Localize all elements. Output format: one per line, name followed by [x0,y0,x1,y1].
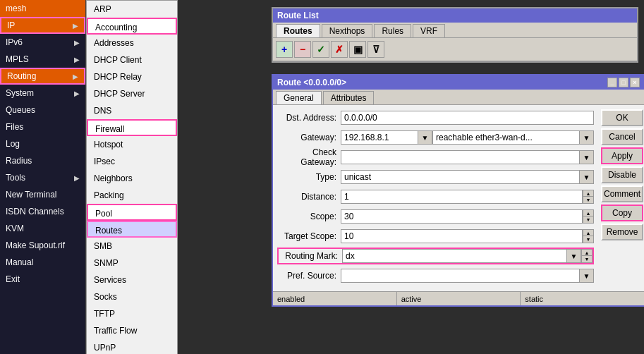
disable-button[interactable]: Disable [601,166,643,183]
distance-up-btn[interactable]: ▲ [583,190,594,197]
target-scope-down-btn[interactable]: ▼ [583,236,594,243]
type-input[interactable] [341,170,580,184]
submenu-item-ipsec[interactable]: IPsec [87,153,177,170]
minimize-button[interactable]: _ [607,78,617,87]
sidebar-label-queues: Queues [6,105,35,115]
tab-nexthops[interactable]: Nexthops [322,24,373,37]
pref-source-input[interactable] [341,269,580,283]
remove-button[interactable]: Remove [601,224,643,240]
sidebar-item-makesupout[interactable]: Make Supout.rif [0,237,85,254]
pref-source-dropdown-btn[interactable]: ▼ [580,269,594,283]
close-button[interactable]: × [630,78,640,87]
sidebar-item-kvm[interactable]: KVM [0,220,85,237]
sidebar-item-mesh[interactable]: mesh [0,0,85,17]
sidebar-label-mesh: mesh [6,4,26,13]
ok-button[interactable]: OK [601,109,643,126]
copy-button[interactable]: Copy [601,205,643,221]
submenu-item-hotspot[interactable]: Hotspot [87,136,177,153]
gateway-input[interactable] [341,130,418,145]
add-route-button[interactable]: + [276,41,293,58]
gateway-dropdown-btn[interactable]: ▼ [418,130,432,145]
sidebar-item-isdn[interactable]: ISDN Channels [0,203,85,220]
comment-button[interactable]: Comment [601,185,643,202]
sidebar-label-makesupout: Make Supout.rif [6,240,65,250]
target-scope-up-btn[interactable]: ▲ [583,229,594,236]
sidebar-label-ipv6: IPv6 [6,37,23,47]
check-gateway-dropdown-btn[interactable]: ▼ [580,150,594,164]
cancel-button[interactable]: Cancel [601,128,643,145]
sidebar-item-exit[interactable]: Exit [0,271,85,288]
gateway-label: Gateway: [277,133,341,142]
submenu-item-services[interactable]: Services [87,271,177,288]
tab-vrf[interactable]: VRF [413,24,445,37]
sidebar-arrow-ipv6: ▶ [74,39,80,47]
submenu-item-firewall[interactable]: Firewall [87,119,177,136]
copy-route-button[interactable]: ▣ [349,41,366,58]
disable-route-button[interactable]: ✗ [331,41,348,58]
filter-button[interactable]: ⊽ [367,41,384,58]
sidebar-label-mpls: MPLS [6,54,29,64]
sidebar-item-system[interactable]: System ▶ [0,85,85,102]
check-gateway-input[interactable] [341,150,580,164]
submenu-item-dhcpserver[interactable]: DHCP Server [87,85,177,102]
submenu-item-dhcpclient[interactable]: DHCP Client [87,51,177,68]
submenu-item-arp[interactable]: ARP [87,1,177,18]
tab-rules[interactable]: Rules [374,24,411,37]
sidebar-item-routing[interactable]: Routing ▶ [0,68,85,85]
target-scope-input[interactable] [341,229,583,243]
sidebar-item-tools[interactable]: Tools ▶ [0,169,85,186]
gateway-iface-input[interactable] [432,130,580,145]
routing-mark-down-btn[interactable]: ▼ [581,256,593,263]
tab-attributes[interactable]: Attributes [323,91,375,104]
submenu-item-trafficflow[interactable]: Traffic Flow [87,322,177,339]
routing-mark-up-btn[interactable]: ▲ [581,249,593,256]
scope-input[interactable] [341,209,583,224]
route-list-toolbar: + − ✓ ✗ ▣ ⊽ [273,38,637,61]
submenu-item-pool[interactable]: Pool [87,204,177,221]
distance-input[interactable] [341,190,583,204]
routing-mark-input[interactable] [342,249,567,263]
sidebar-item-queues[interactable]: Queues [0,102,85,118]
route-dialog-buttons: OK Cancel Apply Disable Comment Copy Rem… [598,105,644,291]
check-gateway-label: Check Gateway: [277,147,341,167]
sidebar-item-newterminal[interactable]: New Terminal [0,186,85,203]
tab-general[interactable]: General [276,91,322,104]
apply-button[interactable]: Apply [601,147,643,164]
sidebar-item-ip[interactable]: IP ▶ [0,17,85,34]
sidebar-item-log[interactable]: Log [0,135,85,152]
check-gateway-input-group: ▼ [341,150,594,164]
sidebar-arrow-ip: ▶ [73,22,78,30]
submenu-item-accounting[interactable]: Accounting [87,18,177,35]
sidebar-item-radius[interactable]: Radius [0,152,85,169]
submenu-item-dns[interactable]: DNS [87,102,177,119]
scope-down-btn[interactable]: ▼ [583,216,594,224]
submenu-item-addresses[interactable]: Addresses [87,35,177,51]
submenu-item-packing[interactable]: Packing [87,187,177,204]
sidebar-item-ipv6[interactable]: IPv6 ▶ [0,34,85,51]
sidebar-item-files[interactable]: Files [0,118,85,135]
distance-down-btn[interactable]: ▼ [583,197,594,204]
submenu-item-socks[interactable]: Socks [87,288,177,305]
maximize-button[interactable]: □ [619,78,628,87]
route-form: Dst. Address: Gateway: ▼ ▼ Check Gateway… [273,105,598,291]
submenu-item-upnp[interactable]: UPnP [87,339,177,354]
remove-route-button[interactable]: − [294,41,311,58]
gateway-iface-dropdown-btn[interactable]: ▼ [580,130,594,145]
submenu-item-neighbors[interactable]: Neighbors [87,170,177,187]
sidebar-item-manual[interactable]: Manual [0,254,85,271]
routing-mark-dropdown-btn[interactable]: ▼ [567,249,581,263]
routing-mark-input-group: ▼ ▲ ▼ [342,249,593,263]
submenu-item-routes[interactable]: Routes [87,221,177,238]
dst-address-input[interactable] [341,111,594,125]
tab-routes[interactable]: Routes [276,24,320,37]
enable-route-button[interactable]: ✓ [312,41,329,58]
submenu-item-dhcprelay[interactable]: DHCP Relay [87,68,177,85]
submenu-item-tftp[interactable]: TFTP [87,305,177,322]
sidebar-arrow-tools: ▶ [74,174,80,182]
type-dropdown-btn[interactable]: ▼ [580,170,594,184]
submenu-item-smb[interactable]: SMB [87,238,177,255]
submenu-item-snmp[interactable]: SNMP [87,255,177,271]
scope-input-group: ▲ ▼ [341,209,594,224]
scope-up-btn[interactable]: ▲ [583,209,594,216]
sidebar-item-mpls[interactable]: MPLS ▶ [0,51,85,68]
